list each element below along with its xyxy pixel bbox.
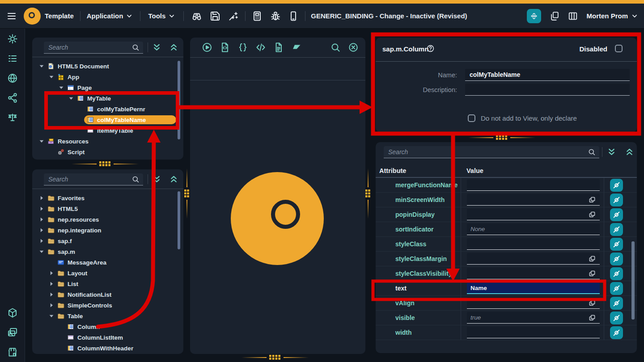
tree-item-sap.m[interactable]: sap.m [32, 246, 183, 257]
expander-open-icon[interactable] [48, 313, 55, 319]
expander-open-icon[interactable] [38, 63, 45, 69]
tree-item-NotificationList[interactable]: NotificationList [32, 289, 183, 300]
binding-button[interactable] [610, 179, 623, 192]
tree-item-Resources[interactable]: Resources [32, 136, 183, 147]
binding-button[interactable] [610, 194, 623, 206]
binding-button[interactable] [610, 208, 623, 221]
value-help-icon[interactable] [588, 210, 596, 219]
settings-gear-icon[interactable] [7, 34, 18, 44]
vAlign-value-input[interactable] [470, 299, 586, 306]
phone-preview-icon[interactable] [288, 11, 299, 21]
tree-item-HTML5[interactable]: HTML5 [32, 203, 183, 214]
library-scrollbar[interactable] [178, 191, 180, 249]
expander-closed-icon[interactable] [38, 227, 45, 233]
name-field[interactable] [465, 69, 630, 81]
collapse-all-icon[interactable] [169, 175, 178, 184]
debug-bug-icon[interactable] [270, 11, 281, 21]
sortIndicator-value-input[interactable] [470, 226, 596, 232]
copy-icon[interactable] [550, 11, 559, 21]
tree-item-itemMyTable[interactable]: itemMyTable [32, 125, 183, 136]
value-help-icon[interactable] [588, 314, 596, 322]
braces-icon[interactable] [237, 42, 248, 53]
expander-open-icon[interactable] [68, 95, 74, 101]
binding-button[interactable] [610, 267, 623, 280]
expander-closed-icon[interactable] [48, 281, 55, 287]
tree-item-Table[interactable]: Table [32, 311, 183, 321]
split-view-button[interactable] [527, 9, 541, 23]
close-circle-icon[interactable] [348, 42, 359, 53]
attributes-search-input[interactable] [384, 148, 588, 156]
tree-item-nep.integration[interactable]: nep.integration [32, 225, 183, 236]
store-icon[interactable] [7, 347, 18, 358]
expander-closed-icon[interactable] [38, 238, 45, 244]
tree-item-Page[interactable]: Page [32, 82, 183, 93]
code-tag-icon[interactable] [255, 42, 266, 53]
minScreenWidth-value-input[interactable] [470, 196, 586, 203]
description-field[interactable] [465, 84, 630, 96]
images-icon[interactable] [7, 327, 18, 338]
popinDisplay-value-input[interactable] [470, 211, 586, 218]
binding-button[interactable] [610, 311, 623, 324]
expander-open-icon[interactable] [48, 74, 55, 80]
device-preview-icon[interactable] [252, 11, 263, 21]
disabled-checkbox[interactable] [615, 45, 623, 52]
splitter-handle-bottom[interactable] [242, 355, 309, 360]
splitter-handle-right[interactable] [468, 135, 535, 140]
globe-icon[interactable] [7, 73, 18, 84]
expander-closed-icon[interactable] [48, 270, 55, 276]
splitter-handle-left[interactable] [72, 161, 139, 166]
tree-item-ColumnWithHeader[interactable]: ColumnWithHeader [32, 343, 183, 354]
expander-closed-icon[interactable] [38, 195, 45, 201]
magic-wand-icon[interactable] [228, 11, 239, 21]
tree-item-List[interactable]: List [32, 278, 183, 289]
tree-item-MyTable[interactable]: MyTable [32, 93, 183, 104]
tree-item-Column[interactable]: Column [32, 321, 183, 332]
tree-item-Layout[interactable]: Layout [32, 268, 183, 278]
theme-flag-icon[interactable] [291, 42, 302, 53]
text-value-input[interactable] [470, 285, 596, 291]
preview-binoculars-icon[interactable] [191, 11, 202, 21]
user-menu[interactable]: Morten Prom [586, 12, 638, 20]
expand-all-icon[interactable] [152, 43, 161, 52]
collapse-all-icon[interactable] [169, 43, 178, 52]
save-icon[interactable] [210, 11, 220, 21]
menu-tools[interactable]: Tools [148, 12, 175, 20]
binding-button[interactable] [610, 326, 623, 339]
scales-icon[interactable] [7, 112, 18, 123]
splitter-handle-v2[interactable] [365, 168, 370, 219]
tree-item-Script[interactable]: Script [32, 147, 183, 157]
visible-value-input[interactable] [470, 314, 586, 321]
list-icon[interactable] [7, 53, 18, 64]
mergeFunctionName-value-input[interactable] [470, 181, 596, 188]
expander-open-icon[interactable] [38, 138, 45, 144]
expander-closed-icon[interactable] [48, 291, 55, 298]
binding-button[interactable] [610, 282, 623, 295]
width-value-input[interactable] [470, 329, 596, 336]
binding-button[interactable] [610, 297, 623, 310]
tree-item-App[interactable]: App [32, 72, 183, 82]
splitter-handle-v1[interactable] [184, 168, 189, 219]
tree-item-nep.resources[interactable]: nep.resources [32, 214, 183, 225]
expander-closed-icon[interactable] [38, 206, 45, 212]
tree-item-SimpleControls[interactable]: SimpleControls [32, 300, 183, 311]
tree-item-colMyTableName[interactable]: colMyTableName [32, 114, 183, 125]
canvas-search-icon[interactable] [330, 42, 341, 53]
expand-all-icon[interactable] [607, 147, 616, 157]
script-file-icon[interactable] [220, 42, 230, 53]
binding-button[interactable] [610, 253, 623, 265]
run-app-icon[interactable] [202, 42, 212, 53]
binding-button[interactable] [610, 238, 623, 251]
value-help-icon[interactable] [588, 196, 596, 204]
tree-item-colMyTablePernr[interactable]: colMyTablePernr [32, 104, 183, 114]
outline-search-input[interactable] [44, 44, 131, 51]
styleClass-value-input[interactable] [470, 240, 596, 247]
declare-only-checkbox[interactable] [468, 114, 475, 122]
help-icon[interactable] [426, 44, 435, 53]
tree-item-Favorites[interactable]: Favorites [32, 193, 183, 203]
value-help-icon[interactable] [588, 255, 596, 263]
share-icon[interactable] [7, 93, 18, 103]
tree-item-MessageArea[interactable]: MessageArea [32, 257, 183, 268]
styleClassMargin-value-input[interactable] [470, 255, 586, 262]
package-icon[interactable] [7, 307, 18, 318]
styleClassVisibility-value-input[interactable] [470, 270, 586, 277]
